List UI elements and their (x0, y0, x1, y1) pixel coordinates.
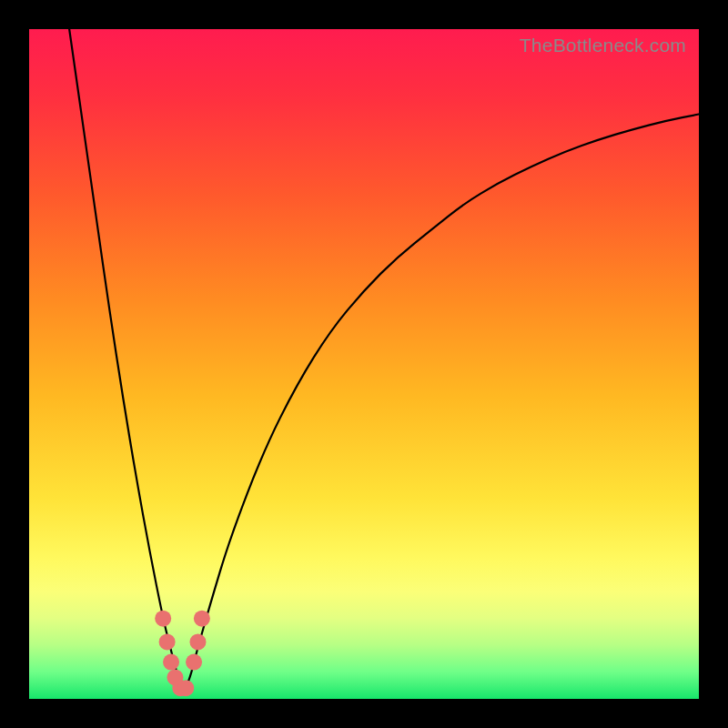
optimum-marker (155, 611, 171, 627)
optimum-markers (155, 611, 210, 697)
optimum-marker (177, 680, 194, 696)
plot-area: TheBottleneck.com (29, 29, 699, 699)
optimum-marker (186, 654, 202, 671)
optimum-marker (163, 654, 179, 671)
chart-frame: TheBottleneck.com (0, 0, 728, 728)
chart-svg (29, 29, 699, 699)
optimum-marker (189, 633, 206, 650)
bottleneck-curve-left (69, 29, 183, 693)
bottleneck-curve-right (183, 114, 699, 692)
optimum-marker (194, 611, 210, 627)
optimum-marker (159, 633, 176, 650)
